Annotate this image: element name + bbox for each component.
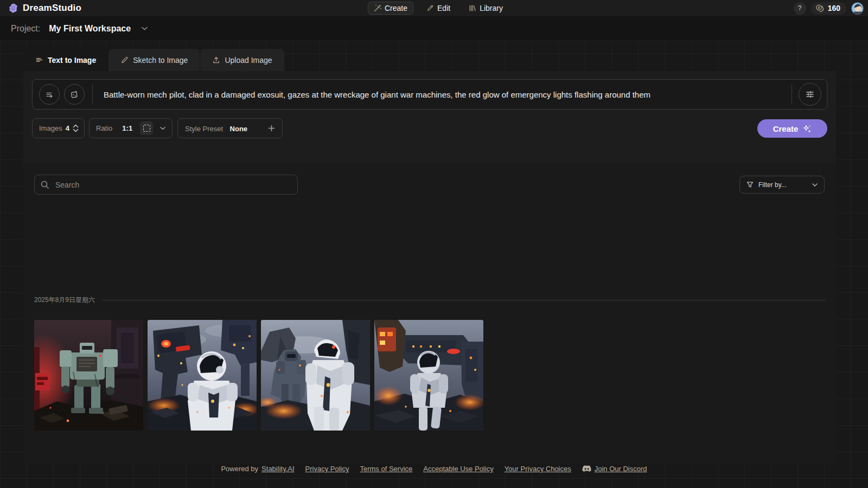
filter-funnel-icon (746, 181, 754, 188)
generation-controls: Images 4 Ratio 1:1 (32, 118, 827, 138)
workspace-name: My First Workspace (49, 24, 131, 34)
sketch-pencil-icon (120, 56, 129, 64)
chevron-down-icon (73, 129, 79, 132)
generated-image-2[interactable] (148, 320, 257, 431)
chevron-down-icon (812, 183, 818, 187)
date-label: 2025年8月9日星期六 (34, 296, 95, 305)
ratio-selector[interactable]: Ratio 1:1 (89, 118, 173, 138)
mech-image-3 (261, 320, 370, 431)
reuse-prompt-button[interactable] (39, 84, 60, 105)
powered-by-text: Powered by (221, 465, 258, 473)
tab-label: Text to Image (48, 56, 96, 65)
mech-image-4 (374, 320, 483, 431)
top-bar: DreamStudio Create Edit Library (0, 0, 868, 16)
prompt-right-tools (792, 83, 827, 106)
text-lines-icon (35, 56, 43, 64)
gallery-section: Filter by... 2025年8月9日星期六 (23, 163, 836, 464)
images-label: Images (39, 124, 62, 132)
your-privacy-choices-link[interactable]: Your Privacy Choices (505, 465, 571, 473)
nav-library-label: Library (480, 4, 503, 12)
prompt-tools (33, 84, 92, 105)
prompt-bar (32, 79, 827, 110)
nav-edit-label: Edit (437, 4, 450, 12)
tab-label: Sketch to Image (133, 56, 188, 65)
style-preset-label: Style Preset (185, 125, 223, 133)
user-avatar[interactable] (851, 2, 864, 15)
generated-image-1[interactable] (34, 320, 143, 431)
dice-icon (69, 89, 79, 99)
nav-library-button[interactable]: Library (463, 2, 508, 14)
coins-icon (815, 4, 825, 12)
project-bar: Project: My First Workspace (0, 16, 868, 41)
stepper-arrows[interactable] (73, 124, 79, 132)
nav-edit-button[interactable]: Edit (421, 2, 456, 14)
chevron-down-icon (160, 126, 165, 130)
ratio-chip (140, 121, 153, 135)
create-button-label: Create (773, 124, 799, 133)
tab-sketch-to-image[interactable]: Sketch to Image (108, 49, 200, 71)
mech-image-2 (148, 320, 257, 431)
discord-icon (582, 465, 591, 472)
nav-create-button[interactable]: Create (368, 2, 413, 15)
join-discord-link[interactable]: Join Our Discord (595, 465, 647, 473)
dreamstudio-logo-icon (8, 3, 19, 14)
ratio-value: 1:1 (122, 124, 132, 132)
library-books-icon (469, 4, 476, 12)
brand-name: DreamStudio (23, 3, 81, 14)
date-group-header: 2025年8月9日星期六 (34, 296, 825, 305)
random-prompt-button[interactable] (64, 84, 85, 105)
top-right-cluster: ? 160 (794, 0, 864, 16)
generation-section: Images 4 Ratio 1:1 (23, 71, 836, 163)
nav-create-label: Create (385, 4, 407, 12)
dreamstudio-app: DreamStudio Create Edit Library (0, 0, 868, 488)
help-button[interactable]: ? (794, 2, 806, 15)
top-nav: Create Edit Library (368, 0, 508, 16)
create-button[interactable]: Create (757, 119, 827, 138)
project-label: Project: (11, 24, 40, 34)
sparkles-icon (802, 124, 812, 133)
workspace-selector[interactable]: My First Workspace (49, 24, 148, 34)
search-input[interactable] (55, 181, 292, 189)
credits-badge[interactable]: 160 (811, 2, 846, 15)
images-count-stepper[interactable]: Images 4 (32, 118, 85, 138)
chevron-down-icon (142, 27, 148, 30)
prompt-history-icon (45, 90, 54, 99)
generated-images-row (34, 320, 483, 431)
advanced-settings-button[interactable] (799, 83, 821, 106)
magic-wand-icon (374, 4, 381, 12)
generated-image-4[interactable] (374, 320, 483, 431)
privacy-policy-link[interactable]: Privacy Policy (305, 465, 349, 473)
filter-label: Filter by... (758, 181, 807, 189)
divider-line (103, 300, 825, 300)
plus-icon (268, 125, 275, 132)
filter-dropdown[interactable]: Filter by... (739, 176, 825, 194)
divider (792, 84, 792, 105)
footer: Powered by Stability.AI Privacy Policy T… (0, 465, 868, 473)
stability-ai-link[interactable]: Stability.AI (261, 465, 294, 473)
ratio-label: Ratio (96, 124, 112, 132)
style-preset-value: None (230, 125, 248, 133)
upload-icon (212, 56, 220, 64)
square-ratio-icon (143, 125, 150, 132)
terms-of-service-link[interactable]: Terms of Service (360, 465, 412, 473)
avatar-image (852, 3, 864, 15)
tab-upload-image[interactable]: Upload Image (200, 49, 284, 71)
sliders-icon (805, 89, 815, 99)
prompt-input[interactable] (93, 80, 792, 109)
search-icon (40, 180, 50, 190)
main-panel: Images 4 Ratio 1:1 (23, 71, 836, 464)
images-value: 4 (66, 124, 69, 132)
acceptable-use-policy-link[interactable]: Acceptable Use Policy (423, 465, 493, 473)
style-preset-selector[interactable]: Style Preset None (177, 118, 283, 138)
tab-label: Upload Image (225, 56, 272, 65)
search-box (34, 175, 298, 195)
tab-text-to-image[interactable]: Text to Image (23, 49, 108, 71)
credits-count: 160 (828, 4, 840, 12)
brand[interactable]: DreamStudio (0, 3, 81, 14)
generated-image-3[interactable] (261, 320, 370, 431)
mode-tabs: Text to Image Sketch to Image Upload Ima… (23, 49, 285, 71)
chevron-up-icon (73, 124, 79, 128)
pencil-icon (426, 4, 434, 12)
mech-image-1 (34, 320, 143, 431)
